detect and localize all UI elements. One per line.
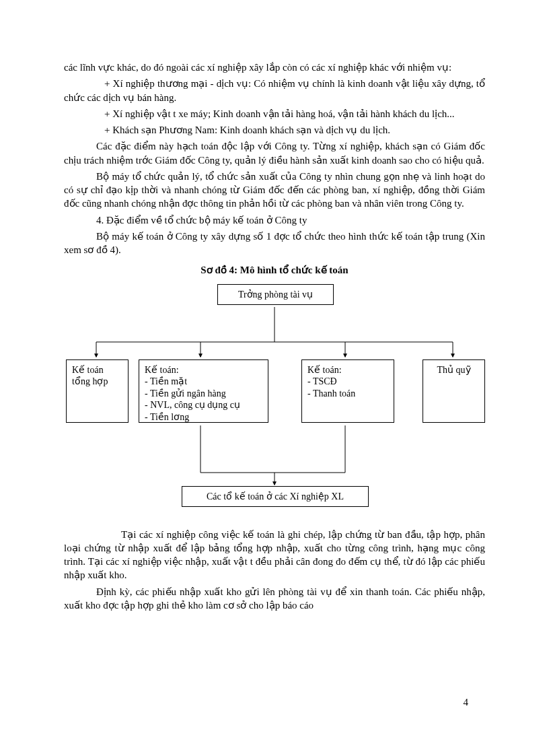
chart-node-label: - Thanh toán: [307, 388, 388, 400]
paragraph: các lĩnh vực khác, do đó ngoài các xí ng…: [64, 61, 485, 74]
paragraph: + Xí nghiệp vật t xe máy; Kinh doanh vận…: [64, 107, 485, 121]
chart-node-label: - Tiền mặt: [145, 376, 262, 388]
paragraph: Bộ máy tổ chức quản lý, tổ chức sản xuất…: [64, 170, 485, 211]
chart-node: Kế toán: - Tiền mặt - Tiền gửi ngân hàng…: [139, 359, 268, 423]
chart-node-head: Trởng phòng tài vụ: [217, 284, 334, 306]
chart-node-label: Kế toán:: [145, 364, 262, 376]
org-chart: Trởng phòng tài vụ Kế toán tổng hợp Kế t…: [66, 284, 483, 520]
chart-node-label: Kế toán: [72, 364, 122, 376]
chart-node-label: - Tiền gửi ngân hàng: [145, 388, 262, 400]
paragraph: Bộ máy kế toán ở Công ty xây dựng số 1 đ…: [64, 230, 485, 257]
paragraph: Định kỳ, các phiếu nhập xuất kho gửi lên…: [64, 585, 485, 613]
chart-node-label: - NVL, công cụ dụng cụ: [145, 399, 262, 411]
chart-node-label: Thủ quỹ: [429, 364, 479, 376]
diagram-connectors: [66, 284, 483, 520]
chart-node-bottom: Các tổ kế toán ở các Xí nghiệp XL: [182, 486, 369, 508]
section-heading: 4. Đặc điểm về tổ chức bộ máy kế toán ở …: [64, 213, 485, 227]
paragraph: Các đặc điểm này hạch toán độc lập với C…: [64, 139, 485, 167]
paragraph: + Xí nghiệp thương mại - dịch vụ: Có nhi…: [64, 77, 485, 104]
chart-node: Thủ quỹ: [423, 359, 485, 423]
chart-node-label: tổng hợp: [72, 376, 122, 388]
chart-node-label: Các tổ kế toán ở các Xí nghiệp XL: [188, 491, 363, 503]
chart-node: Kế toán tổng hợp: [66, 359, 129, 423]
paragraph: + Khách sạn Phương Nam: Kinh doanh khách…: [64, 123, 485, 137]
paragraph: Tại các xí nghiệp công việc kế toán là g…: [64, 528, 485, 582]
page-number: 4: [464, 695, 469, 709]
chart-node: Kế toán: - TSCĐ - Thanh toán: [301, 359, 394, 423]
chart-node-label: Trởng phòng tài vụ: [223, 289, 328, 301]
chart-node-label: Kế toán:: [307, 364, 388, 376]
chart-node-label: - Tiền lơng: [145, 411, 262, 423]
diagram-title: Sơ đồ 4: Mô hình tổ chức kế toán: [64, 263, 485, 277]
chart-node-label: - TSCĐ: [307, 376, 388, 388]
